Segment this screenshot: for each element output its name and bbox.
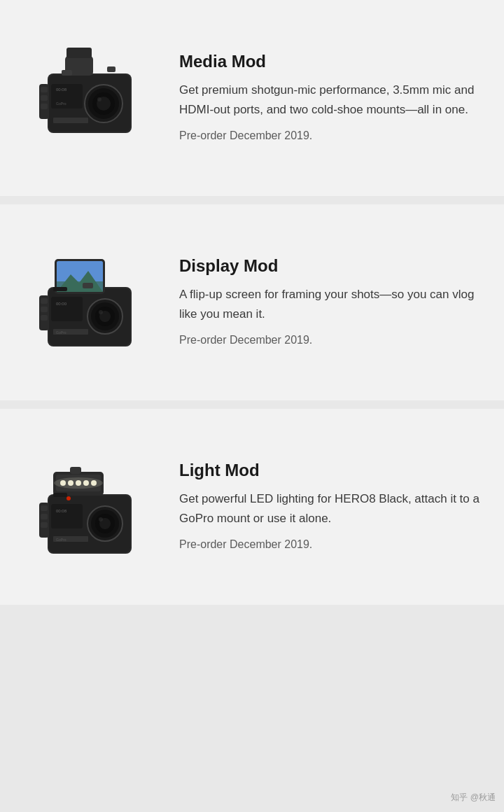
light-mod-image: 00:08 GoPro xyxy=(20,437,160,577)
display-mod-image: 00:00 GoPro xyxy=(20,232,160,372)
display-mod-preorder: Pre-order December 2019. xyxy=(179,332,484,348)
svg-text:GoPro: GoPro xyxy=(56,102,66,106)
svg-rect-53 xyxy=(70,467,81,474)
media-mod-title: Media Mod xyxy=(179,52,484,72)
light-mod-description: Get powerful LED lighting for HERO8 Blac… xyxy=(179,489,484,528)
svg-rect-67 xyxy=(41,505,48,511)
svg-text:00:08: 00:08 xyxy=(56,88,67,92)
svg-point-59 xyxy=(99,517,103,522)
media-mod-description: Get premium shotgun-mic performance, 3.5… xyxy=(179,80,484,120)
display-mod-content: Display Mod A flip-up screen for framing… xyxy=(179,256,484,348)
display-mod-title: Display Mod xyxy=(179,256,484,276)
svg-text:GoPro: GoPro xyxy=(56,330,66,335)
svg-text:00:08: 00:08 xyxy=(56,509,67,513)
svg-rect-15 xyxy=(41,87,48,92)
svg-rect-40 xyxy=(41,298,48,304)
svg-rect-69 xyxy=(41,522,48,528)
display-mod-description: A flip-up screen for framing your shots—… xyxy=(179,285,484,324)
svg-rect-34 xyxy=(51,297,83,321)
media-mod-content: Media Mod Get premium shotgun-mic perfor… xyxy=(179,52,484,144)
svg-rect-27 xyxy=(53,287,67,291)
svg-point-6 xyxy=(97,97,102,102)
svg-text:00:00: 00:00 xyxy=(56,302,67,306)
light-mod-card: 00:08 GoPro Light Mod Get powerful LED l… xyxy=(0,409,504,605)
svg-rect-42 xyxy=(41,315,48,321)
svg-rect-61 xyxy=(51,504,83,528)
media-mod-preorder: Pre-order December 2019. xyxy=(179,128,484,144)
svg-rect-54 xyxy=(53,493,67,497)
svg-rect-68 xyxy=(41,514,48,519)
svg-rect-9 xyxy=(66,48,92,58)
svg-rect-38 xyxy=(83,283,93,288)
svg-point-65 xyxy=(66,496,71,500)
svg-rect-11 xyxy=(53,118,88,123)
watermark: 知乎 @秋通 xyxy=(451,792,496,804)
media-mod-camera-icon: 00:08 GoPro xyxy=(27,35,153,161)
light-mod-camera-icon: 00:08 GoPro xyxy=(27,444,153,570)
display-mod-camera-icon: 00:00 GoPro xyxy=(27,239,153,365)
svg-point-32 xyxy=(99,310,103,314)
media-mod-card: 00:08 GoPro Media Mod Get premium shotgu… xyxy=(0,0,504,196)
light-mod-content: Light Mod Get powerful LED lighting for … xyxy=(179,461,484,552)
svg-rect-41 xyxy=(41,307,48,312)
svg-rect-16 xyxy=(41,95,48,101)
svg-rect-12 xyxy=(62,70,72,76)
svg-rect-13 xyxy=(107,66,115,72)
svg-text:GoPro: GoPro xyxy=(56,538,66,542)
svg-rect-17 xyxy=(41,104,48,109)
media-mod-image: 00:08 GoPro xyxy=(20,28,160,168)
display-mod-card: 00:00 GoPro Display Mod A flip-up screen… xyxy=(0,204,504,400)
light-mod-title: Light Mod xyxy=(179,461,484,481)
svg-point-52 xyxy=(54,477,103,489)
light-mod-preorder: Pre-order December 2019. xyxy=(179,537,484,552)
